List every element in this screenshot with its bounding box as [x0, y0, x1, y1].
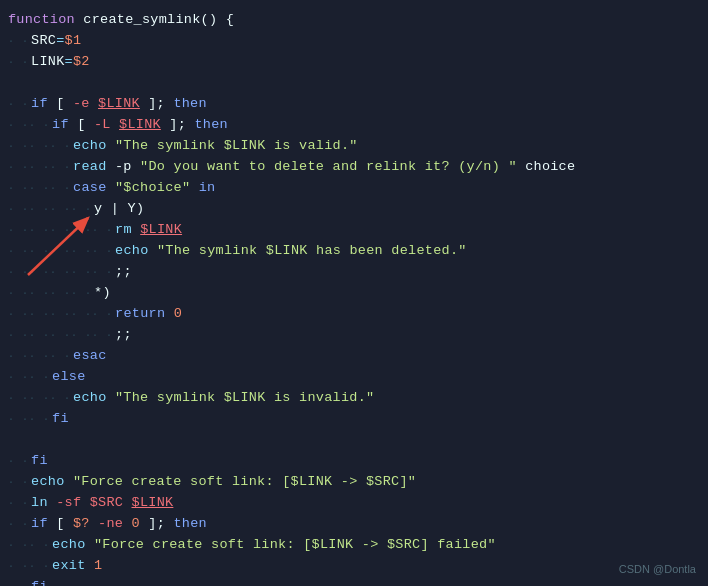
code-line: · · · · · · read -p "Do you want to dele…: [0, 157, 708, 178]
code-token: case "$choice" in: [73, 178, 215, 199]
code-line: · · fi: [0, 451, 708, 472]
code-token: echo "The symlink $LINK is valid.": [73, 136, 358, 157]
code-line: · · · · if [ -L $LINK ]; then: [0, 115, 708, 136]
code-line: [0, 430, 708, 451]
code-line: · · · · · · · · · · rm $LINK: [0, 220, 708, 241]
code-token: y | Y): [94, 199, 144, 220]
code-line: · · · · fi: [0, 409, 708, 430]
code-line: · · if [ $? -ne 0 ]; then: [0, 514, 708, 535]
code-token: ln -sf $SRC $LINK: [31, 493, 173, 514]
code-line: · · echo "Force create soft link: [$LINK…: [0, 472, 708, 493]
code-token: *): [94, 283, 111, 304]
code-token: function create_symlink() {: [8, 10, 234, 31]
code-line: · · · · · · esac: [0, 346, 708, 367]
watermark-text: CSDN @Dontla: [619, 561, 696, 578]
code-token: if [ -e $LINK ]; then: [31, 94, 207, 115]
code-token: echo "Force create soft link: [$LINK -> …: [52, 535, 496, 556]
code-token: LINK=$2: [31, 52, 90, 73]
code-token: echo "Force create soft link: [$LINK -> …: [31, 472, 416, 493]
code-token: fi: [31, 451, 48, 472]
code-line: function create_symlink() {: [0, 10, 708, 31]
code-line: · · · · exit 1: [0, 556, 708, 577]
code-token: ;;: [115, 325, 132, 346]
code-token: exit 1: [52, 556, 102, 577]
code-line: · · fi: [0, 577, 708, 586]
code-line: · · · · · · · · y | Y): [0, 199, 708, 220]
code-line: · · · · · · · · *): [0, 283, 708, 304]
code-line: · · · · else: [0, 367, 708, 388]
code-token: ;;: [115, 262, 132, 283]
code-line: · · · · · · · · · · ;;: [0, 325, 708, 346]
code-token: return 0: [115, 304, 182, 325]
code-line: · · if [ -e $LINK ]; then: [0, 94, 708, 115]
code-line: · · · · echo "Force create soft link: [$…: [0, 535, 708, 556]
code-line: · · ln -sf $SRC $LINK: [0, 493, 708, 514]
code-line: · · SRC=$1: [0, 31, 708, 52]
code-token: fi: [31, 577, 48, 586]
code-line: · · · · · · case "$choice" in: [0, 178, 708, 199]
code-token: SRC=$1: [31, 31, 81, 52]
code-token: rm $LINK: [115, 220, 182, 241]
code-token: if [ $? -ne 0 ]; then: [31, 514, 207, 535]
code-token: else: [52, 367, 86, 388]
code-token: echo "The symlink $LINK has been deleted…: [115, 241, 467, 262]
code-editor: function create_symlink() {· · SRC=$1· ·…: [0, 0, 708, 586]
code-token: if [ -L $LINK ]; then: [52, 115, 228, 136]
code-line: · · · · · · · · · · return 0: [0, 304, 708, 325]
code-line: [0, 73, 708, 94]
code-token: esac: [73, 346, 107, 367]
code-token: read -p "Do you want to delete and relin…: [73, 157, 575, 178]
code-line: · · · · · · echo "The symlink $LINK is i…: [0, 388, 708, 409]
code-line: · · · · · · echo "The symlink $LINK is v…: [0, 136, 708, 157]
code-line: · · · · · · · · · · echo "The symlink $L…: [0, 241, 708, 262]
code-token: echo "The symlink $LINK is invalid.": [73, 388, 374, 409]
code-token: fi: [52, 409, 69, 430]
code-line: · · · · · · · · · · ;;: [0, 262, 708, 283]
code-line: · · LINK=$2: [0, 52, 708, 73]
